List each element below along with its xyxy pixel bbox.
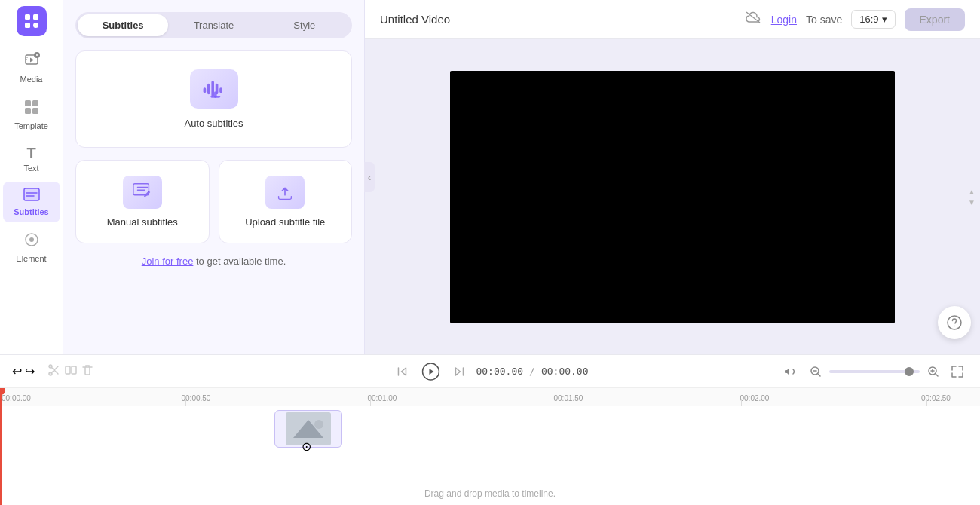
tab-subtitles[interactable]: Subtitles xyxy=(78,14,168,36)
svg-rect-18 xyxy=(211,81,214,97)
cloud-save-icon xyxy=(744,10,762,29)
media-icon xyxy=(23,51,40,72)
svg-point-36 xyxy=(314,420,323,429)
cursor-icon: ⊙ xyxy=(302,439,311,454)
ratio-value: 16:9 xyxy=(859,14,878,25)
cut-button[interactable] xyxy=(47,363,61,380)
tick-4 xyxy=(741,399,742,406)
skip-back-button[interactable] xyxy=(391,361,412,382)
card-row: Manual subtitles Upload subtitle file xyxy=(75,160,352,243)
logo-icon xyxy=(23,12,41,30)
svg-rect-1 xyxy=(33,14,38,20)
current-time: 00:00.00 xyxy=(476,366,523,377)
svg-rect-22 xyxy=(214,92,217,98)
element-label: Element xyxy=(16,254,46,263)
timeline-area: ↩ ↪ xyxy=(0,354,980,505)
top-bar: Untitled Video Login To save 16:9 ▾ E xyxy=(365,0,980,39)
upload-subtitle-label: Upload subtitle file xyxy=(245,216,325,228)
playback-controls: 00:00.00 / 00:00.00 xyxy=(391,360,588,384)
sidebar-item-text[interactable]: T Text xyxy=(3,139,60,179)
export-button[interactable]: Export xyxy=(905,8,965,31)
sidebar-item-media[interactable]: Media xyxy=(3,45,60,90)
manual-subtitles-card[interactable]: Manual subtitles xyxy=(75,160,210,243)
video-preview: ▲ ▼ xyxy=(365,39,980,354)
svg-rect-0 xyxy=(25,14,30,20)
video-title: Untitled Video xyxy=(380,13,450,26)
join-text: Join for free to get available time. xyxy=(75,256,352,267)
delete-button[interactable] xyxy=(81,363,94,380)
zoom-in-button[interactable] xyxy=(923,361,944,382)
svg-rect-29 xyxy=(66,366,70,374)
main-row: Media Template T Text xyxy=(0,0,980,354)
upload-subtitle-icon xyxy=(265,176,305,209)
sidebar-item-template[interactable]: Template xyxy=(3,93,60,136)
svg-rect-17 xyxy=(207,84,210,94)
tick-5 xyxy=(926,399,927,406)
track-row-1: ⊙ xyxy=(0,406,980,451)
svg-rect-20 xyxy=(219,87,222,93)
tick-1 xyxy=(185,399,186,406)
zoom-controls xyxy=(781,361,968,382)
sidebar: Media Template T Text xyxy=(0,0,63,354)
zoom-slider-thumb xyxy=(905,367,914,376)
scroll-indicator: ▲ ▼ xyxy=(968,188,975,207)
sidebar-item-element[interactable]: Element xyxy=(3,225,60,269)
text-icon: T xyxy=(26,145,35,161)
manual-subtitles-label: Manual subtitles xyxy=(107,216,178,228)
ruler-label-4: 00:02.00 xyxy=(740,394,770,402)
ruler-label-0: 00:00.00 xyxy=(2,394,31,402)
split-button[interactable] xyxy=(64,363,78,380)
join-text-suffix: to get available time. xyxy=(193,256,286,267)
ratio-chevron: ▾ xyxy=(882,14,887,25)
auto-subtitles-label: Auto subtitles xyxy=(184,118,243,129)
media-label: Media xyxy=(20,75,43,84)
total-time: 00:00.00 xyxy=(541,366,589,377)
join-for-free-link[interactable]: Join for free xyxy=(142,256,194,267)
time-separator: / xyxy=(529,366,535,377)
auto-subtitles-card[interactable]: Auto subtitles xyxy=(75,50,352,148)
preview-area: Untitled Video Login To save 16:9 ▾ E xyxy=(365,0,980,354)
skip-forward-button[interactable] xyxy=(449,361,470,382)
panel-collapse-handle[interactable] xyxy=(364,162,375,192)
volume-icon[interactable] xyxy=(781,361,802,382)
subtitles-label: Subtitles xyxy=(14,207,48,216)
element-icon xyxy=(23,231,40,251)
svg-point-25 xyxy=(948,316,961,329)
svg-rect-30 xyxy=(72,366,76,374)
svg-rect-16 xyxy=(203,87,206,93)
ratio-selector[interactable]: 16:9 ▾ xyxy=(851,10,895,29)
help-button[interactable] xyxy=(938,306,971,339)
svg-point-15 xyxy=(29,237,34,242)
tick-2 xyxy=(370,399,371,406)
toolbar-separator-1 xyxy=(41,364,41,379)
expand-button[interactable] xyxy=(947,361,968,382)
undo-button[interactable]: ↩ xyxy=(12,364,22,378)
tab-style[interactable]: Style xyxy=(259,14,350,36)
zoom-out-button[interactable] xyxy=(805,361,826,382)
svg-rect-10 xyxy=(24,188,39,200)
upload-subtitle-card[interactable]: Upload subtitle file xyxy=(219,160,353,243)
svg-rect-7 xyxy=(32,100,38,106)
redo-button[interactable]: ↪ xyxy=(25,364,35,378)
svg-point-3 xyxy=(33,23,38,28)
template-icon xyxy=(23,99,40,118)
playhead-line xyxy=(0,406,2,505)
ruler-label-2: 00:01.00 xyxy=(368,394,397,402)
template-label: Template xyxy=(14,121,48,130)
zoom-slider[interactable] xyxy=(829,370,920,373)
sidebar-item-subtitles[interactable]: Subtitles xyxy=(3,182,60,222)
panel: Subtitles Translate Style xyxy=(63,0,365,354)
text-label: Text xyxy=(23,164,38,173)
login-link[interactable]: Login xyxy=(771,14,797,26)
tab-translate[interactable]: Translate xyxy=(168,14,259,36)
auto-subtitles-icon xyxy=(190,69,238,109)
video-canvas[interactable] xyxy=(450,71,895,323)
playhead xyxy=(0,388,2,406)
toolbar-left-buttons: ↩ ↪ xyxy=(12,363,94,380)
play-button[interactable] xyxy=(418,360,443,384)
svg-rect-2 xyxy=(25,23,30,28)
timeline-tracks: ⊙ Drag and drop media to timeline. xyxy=(0,406,980,505)
svg-rect-6 xyxy=(25,100,31,106)
app-logo xyxy=(17,6,47,36)
manual-subtitles-icon xyxy=(123,176,162,209)
